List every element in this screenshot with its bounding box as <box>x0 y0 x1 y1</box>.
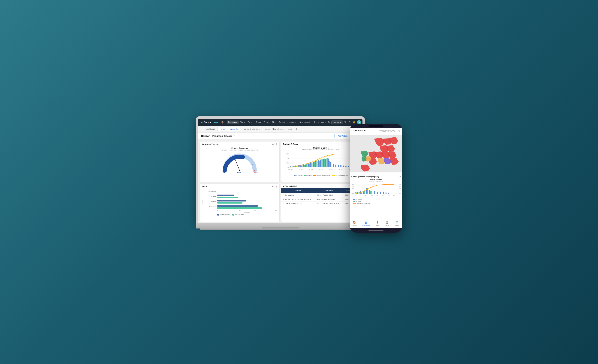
gear-icon[interactable]: ⚙ <box>328 121 330 124</box>
phone-notch-pill <box>368 125 383 127</box>
activity-table-widget: ACtivityTable1 Activity Activity ID % Ac… <box>281 184 361 222</box>
bell-icon[interactable]: 🔔 <box>353 121 356 124</box>
svg-rect-55 <box>324 158 325 167</box>
activity-table-header: ACtivityTable1 <box>281 184 361 188</box>
pvsa-row-delayed: Delayed <box>205 200 278 204</box>
page-header: Horizon - Progress Tracker ✏ + Add Widge… <box>198 132 363 140</box>
phone-legend-actual-bar <box>353 201 355 202</box>
pvsa-progress-label: Progress <box>217 211 278 213</box>
phone-scurve-refresh-icon[interactable]: ↺ <box>399 175 401 178</box>
phone-home-label: Home <box>353 225 357 226</box>
svg-text:Mar 2021: Mar 2021 <box>288 169 292 170</box>
phone-legend-actual: % Actual <box>353 201 399 202</box>
phone-scurve-section-label: S-curve (planned/ actual progress) <box>351 176 379 178</box>
svg-rect-51 <box>314 162 315 167</box>
nav-tasks[interactable]: Tasks <box>255 121 262 124</box>
pvsa-title: PvsA <box>202 185 207 188</box>
row3-expand-icon[interactable]: › <box>283 203 284 205</box>
row1-expand-icon[interactable]: › <box>283 194 284 196</box>
svg-rect-56 <box>326 158 328 167</box>
nav-therm[interactable]: Therm <box>246 121 254 124</box>
horizon-chevron-icon: ▾ <box>340 121 341 123</box>
phone-last-updated: Last updated at Thursday, <box>380 130 395 131</box>
nav-files[interactable]: Files <box>271 121 277 124</box>
nav-system-model[interactable]: System model <box>298 121 313 124</box>
svg-rect-48 <box>306 164 307 167</box>
phone-nav-forms[interactable]: 📋 Forms <box>395 221 399 226</box>
progress-tracker-actions: ⚙ 🗑 <box>272 143 278 146</box>
phone-cp-title: Construction Pr... <box>352 130 367 132</box>
hamburger-icon[interactable]: ☰ <box>200 128 202 131</box>
svg-rect-38 <box>343 165 344 167</box>
lang-button[interactable]: EN <box>349 121 351 123</box>
phone-refresh-icon[interactable]: ↺ <box>396 130 397 132</box>
svg-text:Sep: Sep <box>388 195 390 196</box>
pvsa-actions: ⚙ 🗑 <box>272 185 278 188</box>
svg-rect-40 <box>348 166 349 167</box>
pvsa-container: Status Not Started <box>200 189 279 217</box>
activity-table-header-row: Activity Activity ID % Actual progr... <box>281 188 361 193</box>
phone-legend-cum-planned: % Cumulative Planned <box>353 203 399 204</box>
pvsa-gear-icon[interactable]: ⚙ <box>272 185 274 188</box>
phone-cp-header: Construction Pr... Last updated at Thurs… <box>350 128 402 133</box>
pvsa-widget: PvsA ⚙ 🗑 Status <box>200 184 279 222</box>
tab-progress-tracker[interactable]: Horizon - Progress T... <box>217 127 240 131</box>
phone-home-indicator <box>350 228 402 233</box>
svg-text:30%: 30% <box>351 188 354 189</box>
phone-tasks-label: Tasks <box>385 225 389 226</box>
phone-legend-planned: % Planned <box>353 199 399 200</box>
phone-legend-cum-planned-line <box>353 203 356 204</box>
col-activity: Activity <box>281 188 315 193</box>
phone-nav-maps[interactable]: 📍 Maps <box>376 221 379 226</box>
svg-text:Jun: Jun <box>382 195 384 196</box>
nav-items: Dashboard Terra Therm Tasks Forms Files … <box>227 121 326 124</box>
home-nav-icon[interactable]: 🏠 <box>221 121 224 124</box>
page-title-row: Horizon - Progress Tracker ✏ <box>201 135 235 137</box>
phone-nav-home[interactable]: 🏠 Home <box>353 221 357 226</box>
svg-rect-36 <box>338 165 339 167</box>
row3-activity: › Plot-4E (Block: 12 - 15) <box>281 201 315 206</box>
row3-activity-label: Plot-4E (Block: 12 - 15) <box>285 203 302 205</box>
app-logo: SenseHawk <box>200 121 218 124</box>
pvsa-header: PvsA ⚙ 🗑 <box>200 184 279 189</box>
nav-plans[interactable]: Plans <box>313 121 320 124</box>
svg-rect-50 <box>311 163 312 167</box>
tab-more-chevron-icon: ▾ <box>292 128 293 130</box>
phone-nav-dashboard[interactable]: ▦ Dashboard <box>363 221 370 226</box>
sensehawk-logo-icon <box>200 121 203 124</box>
nav-terra[interactable]: Terra <box>239 121 246 124</box>
tab-dashboard[interactable]: Dashboard <box>204 127 217 131</box>
search-icon[interactable]: 🔍 <box>344 121 347 124</box>
progress-tracker-trash-icon[interactable]: 🗑 <box>275 143 278 146</box>
edit-icon[interactable]: ✏ <box>233 135 235 137</box>
tab-bar: ☰ Dashboard Horizon - Progress T... Perm… <box>198 126 363 132</box>
row2-expand-icon[interactable]: › <box>283 199 284 200</box>
nav-more[interactable]: More ▾ <box>321 121 326 123</box>
svg-rect-37 <box>340 165 341 167</box>
row1-id: RS-190-Rev.01-1.CN <box>315 193 343 197</box>
scurve-legend: % Planned % Actual % Cumulative Planned <box>283 175 359 176</box>
add-widget-label: + Add Widget <box>336 135 348 137</box>
row1-activity-label: Construction <box>285 194 294 196</box>
phone-scurve-section: S-curve (planned/ actual progress) ↺ Ove… <box>350 174 402 219</box>
svg-rect-39 <box>345 166 346 167</box>
progress-tracker-gear-icon[interactable]: ⚙ <box>272 143 274 146</box>
nav-dashboard[interactable]: Dashboard <box>227 121 239 124</box>
tab-therm-repo[interactable]: Horizon - Therm Repo... <box>262 127 286 131</box>
svg-rect-106 <box>383 192 384 194</box>
progress-tracker-header: Progress Tracker ⚙ 🗑 <box>200 141 279 146</box>
tab-more[interactable]: More ▾ <box>287 127 295 131</box>
horizon-selector[interactable]: Horizon ▾ <box>331 121 343 124</box>
tab-permits[interactable]: Permits & Licensing <box>241 127 261 131</box>
svg-text:75%: 75% <box>250 164 253 165</box>
avatar-button[interactable]: A <box>357 120 361 124</box>
phone-nav-tasks[interactable]: ☑ Tasks <box>385 221 389 226</box>
add-widget-button[interactable]: + Add Widget <box>334 134 349 138</box>
pvsa-trash-icon[interactable]: 🗑 <box>275 185 278 188</box>
svg-line-1 <box>235 160 240 171</box>
tab-add-button[interactable]: + <box>296 127 297 131</box>
phone-info-icon[interactable]: ⓘ <box>399 130 400 132</box>
svg-text:0%: 0% <box>399 193 401 194</box>
nav-project-mgmt[interactable]: Project management <box>278 121 298 124</box>
nav-forms[interactable]: Forms <box>263 121 270 124</box>
